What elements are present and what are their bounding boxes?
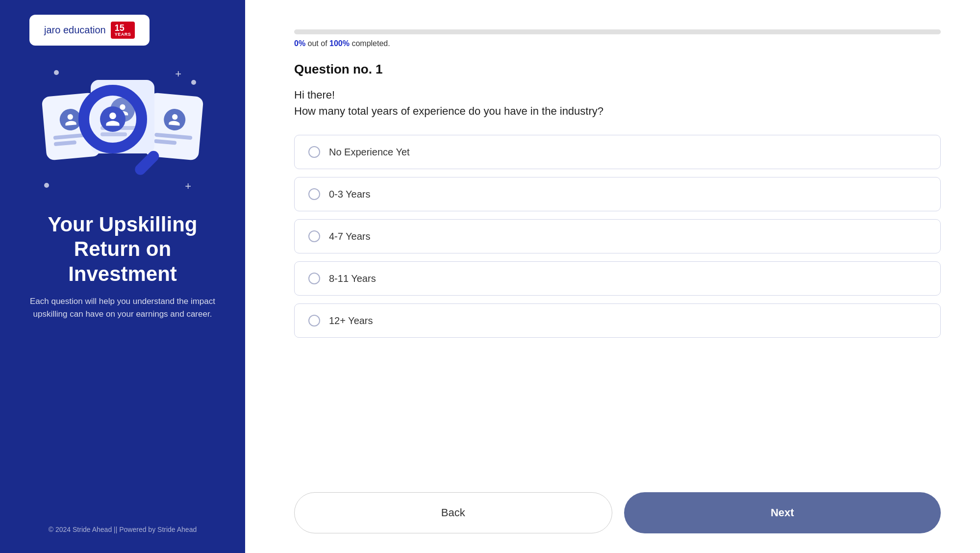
option-item-3[interactable]: 4-7 Years	[294, 219, 941, 253]
progress-bar-track	[294, 29, 941, 34]
option-radio-5	[308, 315, 320, 327]
option-item-5[interactable]: 12+ Years	[294, 303, 941, 338]
option-item-1[interactable]: No Experience Yet	[294, 135, 941, 169]
option-label-4: 8-11 Years	[329, 273, 376, 284]
question-number: Question no. 1	[294, 62, 941, 77]
progress-current: 0%	[294, 39, 305, 48]
next-button[interactable]: Next	[624, 492, 941, 533]
option-label-1: No Experience Yet	[329, 147, 410, 158]
option-item-4[interactable]: 8-11 Years	[294, 261, 941, 296]
progress-section: 0% out of 100% completed.	[294, 29, 941, 48]
logo-text: jaro education	[44, 25, 106, 36]
right-panel: 0% out of 100% completed. Question no. 1…	[245, 0, 980, 553]
progress-text: 0% out of 100% completed.	[294, 39, 941, 48]
option-label-3: 4-7 Years	[329, 231, 371, 242]
options-list: No Experience Yet 0-3 Years 4-7 Years 8-…	[294, 135, 941, 338]
logo-badge: 15 YEARS	[111, 22, 135, 39]
magnifier-icon	[78, 85, 167, 173]
progress-total: 100%	[329, 39, 350, 48]
question-text: Hi there! How many total years of experi…	[294, 87, 941, 119]
option-radio-2	[308, 188, 320, 200]
panel-description: Each question will help you understand t…	[20, 295, 226, 320]
logo: jaro education 15 YEARS	[29, 15, 150, 46]
panel-title: Your Upskilling Return on Investment	[20, 212, 226, 286]
left-panel: jaro education 15 YEARS	[0, 0, 245, 553]
nav-buttons: Back Next	[294, 492, 941, 533]
option-item-2[interactable]: 0-3 Years	[294, 177, 941, 211]
option-label-5: 12+ Years	[329, 315, 373, 327]
back-button[interactable]: Back	[294, 492, 612, 533]
option-radio-3	[308, 230, 320, 242]
option-label-2: 0-3 Years	[329, 189, 371, 200]
option-radio-4	[308, 273, 320, 284]
option-radio-1	[308, 146, 320, 158]
illustration: + +	[39, 65, 206, 202]
panel-footer: © 2024 Stride Ahead || Powered by Stride…	[49, 506, 197, 533]
